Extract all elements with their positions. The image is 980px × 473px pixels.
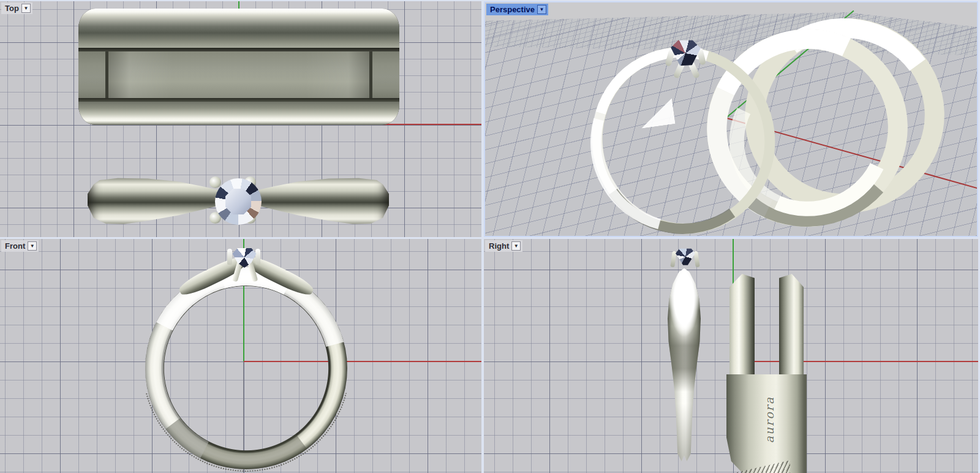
viewport-dropdown-button[interactable]: ▼ bbox=[537, 5, 546, 14]
diamond-top-view[interactable] bbox=[215, 178, 262, 225]
wedding-band-top-view[interactable] bbox=[78, 9, 399, 125]
viewport-title-right[interactable]: Right ▼ bbox=[485, 240, 522, 252]
prong bbox=[209, 176, 221, 188]
diamond-side-view[interactable] bbox=[676, 248, 695, 266]
chevron-down-icon: ▼ bbox=[30, 243, 35, 249]
engagement-ring-top-view[interactable] bbox=[88, 178, 389, 225]
viewport-title-perspective[interactable]: Perspective ▼ bbox=[486, 4, 548, 15]
band-rail-side-left[interactable] bbox=[729, 274, 755, 376]
engraving-text: aurora bbox=[763, 374, 778, 466]
viewport-label-top: Top bbox=[5, 4, 19, 13]
chevron-down-icon: ▼ bbox=[540, 7, 545, 12]
viewport-dropdown-button[interactable]: ▼ bbox=[21, 4, 31, 13]
viewport-title-front[interactable]: Front ▼ bbox=[1, 240, 39, 252]
band-middle-section bbox=[78, 51, 399, 98]
viewport-right[interactable]: Right ▼ aurora bbox=[484, 239, 978, 473]
viewport-label-front: Front bbox=[5, 241, 25, 251]
viewport-front[interactable]: Front ▼ bbox=[0, 239, 481, 473]
viewport-title-top[interactable]: Top ▼ bbox=[1, 2, 32, 14]
y-axis-line bbox=[733, 361, 978, 362]
cad-application-window: { "viewports": { "top": { "label": "Top"… bbox=[0, 0, 980, 473]
chevron-down-icon: ▼ bbox=[514, 243, 519, 249]
prong bbox=[227, 249, 232, 265]
chevron-down-icon: ▼ bbox=[23, 6, 28, 11]
viewport-label-right: Right bbox=[489, 241, 509, 251]
band-rail-bottom bbox=[78, 102, 399, 125]
viewport-dropdown-button[interactable]: ▼ bbox=[511, 241, 521, 251]
band-recessed-panel bbox=[105, 51, 372, 98]
band-rail-side-right[interactable] bbox=[779, 274, 804, 376]
viewport-label-perspective: Perspective bbox=[490, 5, 535, 14]
viewport-perspective[interactable]: Perspective ▼ bbox=[484, 1, 978, 237]
engagement-ring-side-view[interactable] bbox=[668, 268, 701, 461]
viewport-top[interactable]: Top ▼ bbox=[0, 1, 481, 237]
prong bbox=[255, 249, 260, 265]
viewport-dropdown-button[interactable]: ▼ bbox=[28, 241, 37, 251]
band-rail-top bbox=[78, 9, 399, 48]
